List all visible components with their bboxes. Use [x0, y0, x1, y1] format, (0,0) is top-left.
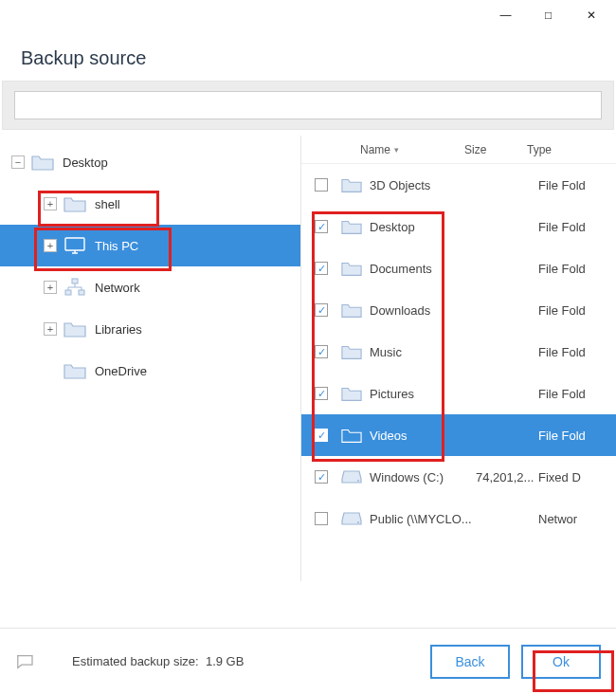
folder-icon [341, 301, 362, 319]
search-wrap [2, 81, 614, 130]
svg-point-5 [357, 521, 359, 523]
svg-rect-3 [79, 290, 84, 295]
comment-icon[interactable] [15, 654, 34, 669]
row-name: Videos [370, 429, 476, 443]
expand-icon[interactable]: + [44, 239, 57, 252]
tree-item-onedrive[interactable]: OneDrive [0, 350, 300, 392]
row-name: Windows (C:) [370, 470, 476, 484]
row-type: File Fold [538, 178, 616, 192]
list-row[interactable]: Public (\\MYCLO...Networ [301, 498, 616, 539]
svg-rect-1 [72, 279, 78, 283]
row-size: 74,201,2... [476, 470, 538, 484]
row-type: File Fold [538, 220, 616, 234]
svg-rect-2 [65, 290, 71, 295]
estimate-text: Estimated backup size: 1.9 GB [72, 654, 244, 668]
folder-icon [63, 194, 87, 213]
row-name: Desktop [370, 220, 476, 234]
sort-caret-icon: ▾ [394, 145, 399, 155]
folder-icon [341, 176, 362, 193]
row-checkbox[interactable] [315, 512, 328, 525]
folder-icon [63, 320, 87, 338]
tree-item-label: OneDrive [95, 364, 147, 378]
row-checkbox[interactable] [315, 470, 328, 484]
drive-icon [341, 510, 362, 527]
row-name: 3D Objects [370, 178, 476, 192]
tree-item-network[interactable]: +Network [0, 266, 300, 308]
collapse-icon[interactable]: − [11, 155, 25, 169]
expand-icon[interactable]: + [44, 197, 57, 210]
tree-item-label: This PC [95, 239, 138, 253]
tree-item-label: Network [95, 281, 140, 295]
row-checkbox[interactable] [315, 345, 328, 358]
list-row[interactable]: DownloadsFile Fold [301, 289, 616, 331]
expand-icon[interactable]: + [44, 322, 57, 336]
row-name: Documents [370, 262, 476, 276]
folder-icon [30, 153, 55, 172]
list-row[interactable]: DesktopFile Fold [301, 206, 616, 247]
tree-item-desktop[interactable]: −Desktop [0, 141, 300, 183]
svg-point-4 [357, 480, 359, 482]
close-button[interactable]: ✕ [570, 2, 612, 28]
tree-item-shell[interactable]: +shell [0, 183, 300, 225]
row-name: Music [370, 345, 476, 359]
column-type[interactable]: Type [527, 143, 616, 156]
row-name: Public (\\MYCLO... [370, 512, 476, 526]
list-row[interactable]: PicturesFile Fold [301, 373, 616, 414]
window-titlebar: — □ ✕ [0, 0, 616, 30]
column-name[interactable]: Name▾ [360, 143, 464, 156]
row-type: Fixed D [538, 470, 616, 484]
tree-item-label: shell [95, 197, 120, 211]
folder-icon [341, 343, 362, 360]
row-checkbox[interactable] [315, 262, 328, 275]
list-row[interactable]: VideosFile Fold [301, 414, 616, 456]
folder-icon [63, 361, 87, 380]
drive-icon [341, 468, 362, 485]
row-checkbox[interactable] [315, 387, 328, 400]
expand-icon[interactable]: + [44, 281, 57, 294]
row-type: File Fold [538, 262, 616, 276]
list-row[interactable]: 3D ObjectsFile Fold [301, 164, 616, 206]
ok-button[interactable]: Ok [521, 645, 601, 679]
monitor-icon [63, 236, 87, 255]
list-header: Name▾ Size Type [301, 136, 616, 164]
row-checkbox[interactable] [315, 303, 328, 317]
list-row[interactable]: DocumentsFile Fold [301, 247, 616, 289]
column-size[interactable]: Size [464, 143, 527, 156]
row-type: File Fold [538, 387, 616, 401]
maximize-button[interactable]: □ [527, 2, 570, 28]
footer: Estimated backup size: 1.9 GB Back Ok [0, 628, 616, 694]
row-checkbox[interactable] [315, 178, 328, 192]
row-checkbox[interactable] [315, 220, 328, 233]
back-button[interactable]: Back [430, 645, 510, 679]
search-input[interactable] [14, 91, 602, 119]
folder-icon [341, 260, 362, 277]
tree-item-thispc[interactable]: +This PC [0, 225, 300, 266]
list-row[interactable]: MusicFile Fold [301, 331, 616, 373]
tree-item-label: Libraries [95, 322, 142, 337]
row-type: Networ [538, 512, 616, 526]
folder-icon [341, 385, 362, 402]
row-type: File Fold [538, 303, 616, 318]
row-type: File Fold [538, 345, 616, 359]
folder-icon [341, 427, 362, 444]
svg-rect-0 [65, 238, 84, 250]
folder-tree: −Desktop+shell+This PC+Network+Libraries… [0, 136, 301, 581]
network-icon [63, 278, 87, 297]
tree-item-libraries[interactable]: +Libraries [0, 308, 300, 350]
row-name: Downloads [370, 303, 476, 318]
tree-item-label: Desktop [63, 155, 108, 170]
minimize-button[interactable]: — [484, 2, 527, 28]
row-type: File Fold [538, 429, 616, 443]
row-checkbox[interactable] [315, 429, 328, 442]
list-row[interactable]: Windows (C:)74,201,2...Fixed D [301, 456, 616, 498]
row-name: Pictures [370, 387, 476, 401]
file-list: Name▾ Size Type 3D ObjectsFile FoldDeskt… [301, 136, 616, 581]
folder-icon [341, 218, 362, 235]
page-title: Backup source [0, 30, 616, 81]
